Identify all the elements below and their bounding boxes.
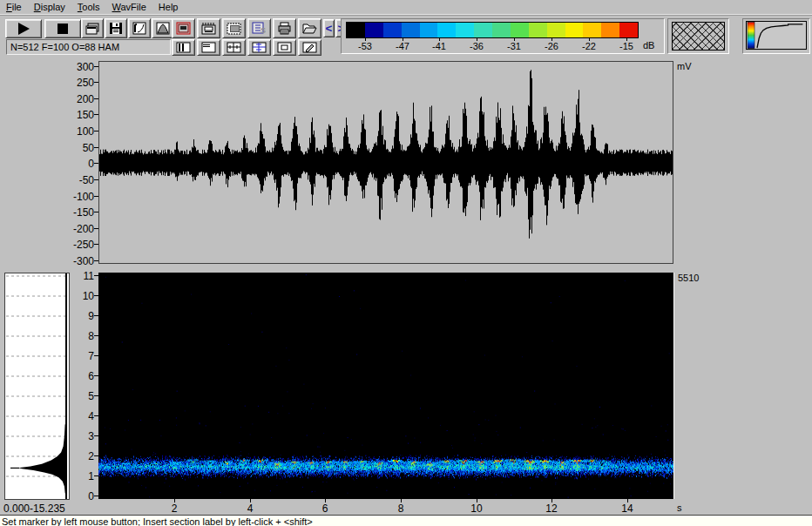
waveform-ytick-label: -300: [59, 255, 94, 267]
svg-text:S: S: [261, 26, 266, 35]
waveform-plot-frame: [98, 61, 673, 264]
spectrogram-max-value: 5510: [678, 273, 699, 283]
layout-inner-box-button[interactable]: [273, 39, 296, 56]
spectrogram-ytick-label: 10: [70, 290, 94, 302]
stop-button[interactable]: [44, 19, 81, 38]
colorbar-segment-5: [437, 23, 456, 37]
status-bar: Set marker by left mouse button; Insert …: [0, 515, 812, 526]
colorbar-segment-11: [547, 23, 565, 37]
colorbar-segment-15: [619, 23, 638, 37]
open-file-button[interactable]: [298, 18, 321, 38]
spectrogram-xtick-label: 14: [619, 502, 636, 515]
colorbar-tick-label: -36: [466, 41, 487, 51]
waveform-ytick-label: -250: [59, 239, 94, 251]
waveform-ytick-label: -50: [59, 174, 94, 186]
open-folder-icon: [302, 22, 317, 35]
waveform-ytick-label: -100: [59, 191, 94, 203]
spectrogram-xtick-label: 12: [543, 502, 560, 515]
colorbar-segment-14: [601, 23, 619, 37]
time-ruler-window-icon: [201, 22, 216, 35]
avg-spectrum-panel[interactable]: [4, 273, 70, 500]
spectrogram-ytick-label: 8: [70, 330, 94, 342]
prev-button[interactable]: <: [323, 19, 335, 37]
colorbar-segment-12: [565, 23, 584, 37]
layout-inner-box-icon: [277, 42, 292, 53]
stop-icon: [58, 24, 68, 34]
avg-spectrum-plot: [5, 273, 69, 499]
fft-settings-readout: N=512 F=100 O=88 HAM: [6, 39, 171, 55]
spectrogram-ytick-label: 6: [70, 370, 94, 382]
spectrogram-window-button[interactable]: [172, 18, 195, 38]
pattern-select-window-button[interactable]: [222, 18, 246, 38]
colorbar-segment-1: [365, 23, 383, 37]
edit-labels-button[interactable]: [298, 39, 321, 56]
layout-grid-cross-blue-icon: [252, 42, 267, 53]
layout-top-lines-icon: [201, 42, 216, 53]
save-floppy-icon: [109, 22, 123, 35]
colorbar-segment-7: [474, 23, 492, 37]
colorbar-panel: -53-47-41-36-31-26-22-15 dB: [341, 18, 665, 54]
colorbar-tick-label: -15: [616, 41, 637, 51]
spectrogram-plot[interactable]: [98, 273, 673, 499]
layout-left-bars-button[interactable]: [172, 39, 195, 56]
menu-wavfile[interactable]: WavFile: [106, 0, 152, 13]
spectrogram-xtick-label: 2: [166, 502, 183, 515]
waveform-ytick-label: -200: [59, 223, 94, 235]
play-button[interactable]: [5, 19, 42, 38]
colorbar-strip: [346, 22, 639, 38]
colorbar-tick-label: -41: [429, 41, 450, 51]
print-button[interactable]: [273, 18, 296, 38]
menu-display[interactable]: Display: [28, 0, 71, 13]
cascade-windows-icon: [85, 23, 99, 35]
status-text: Set marker by left mouse button; Insert …: [2, 516, 313, 526]
colorbar-segment-6: [456, 23, 474, 37]
spectrogram-xtick-label: 4: [241, 502, 259, 515]
save-button[interactable]: [105, 18, 127, 38]
colorbar-tick-label: -47: [392, 41, 413, 51]
transfer-curve-panel[interactable]: [742, 18, 810, 54]
colorbar-tick-label: -53: [355, 41, 376, 51]
menu-tools[interactable]: Tools: [71, 0, 106, 13]
waveform-ytick-label: 50: [59, 142, 94, 154]
play-icon: [18, 23, 30, 35]
spectrogram-ytick-label: 5: [70, 390, 94, 402]
time-ruler-window-button[interactable]: [197, 18, 220, 38]
colorbar-segment-2: [383, 23, 402, 37]
layout-grid-cross-blue-button[interactable]: [247, 39, 271, 56]
layout-grid-cross-icon: [227, 42, 241, 53]
layout-grid-cross-button[interactable]: [222, 39, 246, 56]
print-icon: [277, 22, 292, 35]
app-window: FileDisplayToolsWavFileHelp S < > N=512 …: [0, 0, 812, 526]
waveform-ytick-label: 100: [59, 125, 94, 138]
spectrogram-ytick-label: 0: [70, 490, 94, 502]
spectrogram-ytick-label: 3: [70, 430, 94, 442]
colorbar-tick-label: -31: [504, 41, 524, 51]
spectrogram-ytick-label: 7: [70, 350, 94, 362]
colorbar-segment-13: [583, 23, 601, 37]
spectrogram-ytick-label: 11: [70, 270, 94, 282]
transfer-curve-icon: [132, 22, 146, 35]
waveform-plot[interactable]: [99, 62, 673, 263]
cascade-windows-button[interactable]: [81, 18, 104, 38]
spectrogram-ytick-label: 2: [70, 450, 94, 462]
transfer-curve-button[interactable]: [128, 18, 151, 38]
section-label-window-icon: S: [252, 22, 267, 35]
waveform-ytick-label: 150: [59, 109, 94, 121]
hatch-panel[interactable]: [667, 18, 729, 54]
menu-file[interactable]: File: [0, 0, 28, 13]
spectrogram-window-icon: [176, 22, 191, 35]
spectrogram-xtick-label: 8: [392, 502, 409, 515]
spectrogram-ytick-label: 4: [70, 410, 94, 422]
section-label-window-button[interactable]: S: [247, 18, 271, 38]
menu-help[interactable]: Help: [152, 0, 185, 13]
time-range-label: 0.000-15.235: [3, 502, 65, 515]
waveform-ytick-label: -150: [59, 206, 94, 219]
waveform-ytick-label: 200: [59, 93, 94, 105]
layout-top-lines-button[interactable]: [197, 39, 220, 56]
prev-arrow-icon: <: [326, 22, 333, 35]
spectrogram-ytick-label: 1: [70, 470, 94, 482]
colorbar-segment-9: [511, 23, 529, 37]
peak-shape-icon: [156, 22, 170, 35]
menu-bar: FileDisplayToolsWavFileHelp: [0, 0, 812, 14]
spectrogram-ytick-label: 9: [70, 310, 94, 322]
